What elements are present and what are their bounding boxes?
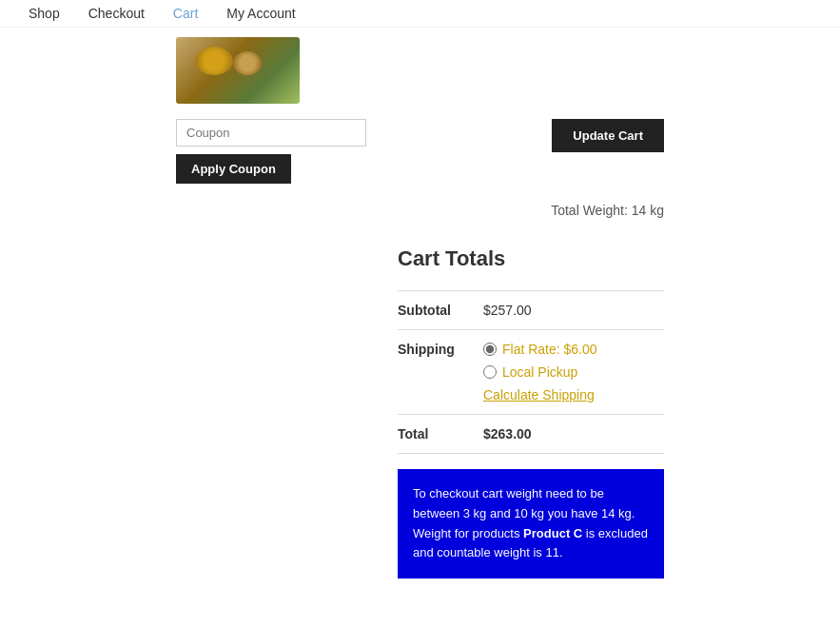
local-pickup-option: Local Pickup (483, 364, 664, 380)
product-image-row (176, 37, 664, 104)
totals-table: Subtotal $257.00 Shipping Flat Rate: $6.… (398, 290, 664, 454)
subtotal-row: Subtotal $257.00 (398, 291, 664, 330)
coupon-input[interactable] (176, 119, 366, 147)
shipping-label: Shipping (398, 342, 483, 357)
shipping-row: Shipping Flat Rate: $6.00 Local Pickup C… (398, 330, 664, 415)
update-cart-button[interactable]: Update Cart (552, 119, 664, 152)
main-content: Apply Coupon Update Cart Total Weight: 1… (0, 28, 840, 607)
coupon-left: Apply Coupon (176, 119, 366, 184)
shipping-options-list: Flat Rate: $6.00 Local Pickup (483, 342, 664, 380)
local-pickup-radio[interactable] (483, 365, 497, 379)
subtotal-value: $257.00 (483, 303, 664, 318)
checkout-info-box: To checkout cart weight need to be betwe… (398, 469, 664, 579)
nav-checkout[interactable]: Checkout (88, 6, 145, 21)
product-image (176, 37, 300, 104)
apply-coupon-button[interactable]: Apply Coupon (176, 154, 291, 184)
main-nav: Shop Checkout Cart My Account (0, 0, 840, 28)
nav-my-account[interactable]: My Account (226, 6, 295, 21)
cart-totals-section: Cart Totals Subtotal $257.00 Shipping Fl… (398, 246, 664, 579)
subtotal-label: Subtotal (398, 303, 483, 318)
total-weight: Total Weight: 14 kg (176, 203, 664, 218)
flat-rate-label[interactable]: Flat Rate: $6.00 (502, 342, 597, 357)
shipping-options-container: Flat Rate: $6.00 Local Pickup Calculate … (483, 342, 664, 402)
total-value: $263.00 (483, 426, 664, 442)
flat-rate-option: Flat Rate: $6.00 (483, 342, 664, 357)
cart-totals-title: Cart Totals (398, 246, 664, 271)
local-pickup-label[interactable]: Local Pickup (502, 364, 577, 380)
total-row: Total $263.00 (398, 415, 664, 454)
flat-rate-radio[interactable] (483, 343, 497, 356)
nav-cart[interactable]: Cart (173, 6, 198, 21)
info-product-name: Product C (523, 526, 582, 540)
coupon-row: Apply Coupon Update Cart (176, 119, 664, 184)
total-label: Total (398, 426, 483, 442)
calculate-shipping-link[interactable]: Calculate Shipping (483, 387, 664, 402)
nav-shop[interactable]: Shop (29, 6, 60, 21)
